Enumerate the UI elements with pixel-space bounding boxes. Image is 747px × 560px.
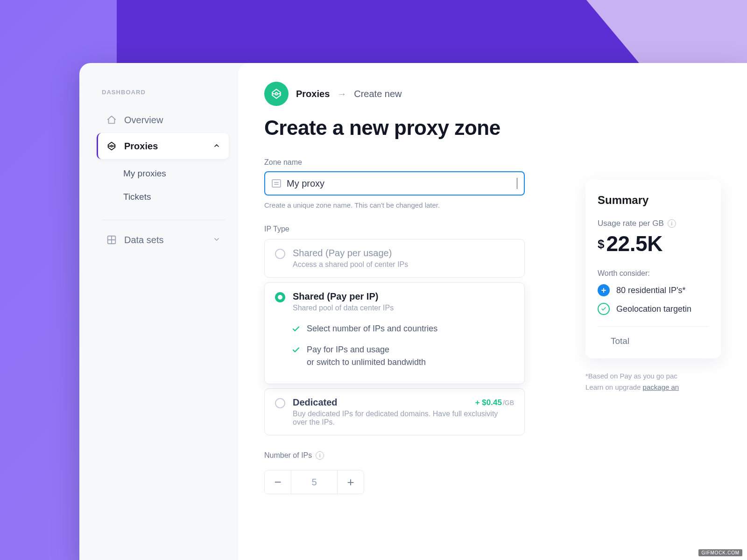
number-of-ips-label: Number of IPs i [264,451,525,460]
breadcrumb: Proxies → Create new [264,82,721,106]
sidebar-heading: DASHBOARD [102,89,229,96]
radio-icon [275,398,285,408]
option-title: Shared (Pay per IP) [293,291,394,302]
check-circle-icon [598,303,610,315]
option-features: Select number of IPs and countries Pay f… [275,322,514,369]
summary-column: Summary Usage rate per GB i $ 22.5K Wort… [585,158,721,393]
option-title: Dedicated [293,397,338,408]
page-title: Create a new proxy zone [264,116,721,140]
summary-footnote: *Based on Pay as you go pac Learn on upg… [585,371,716,393]
plus-icon: + [598,284,610,296]
ip-type-radio-group: Shared (Pay per usage) Access a shared p… [264,239,525,435]
nav-label: Overview [124,115,163,126]
stepper-value[interactable]: 5 [291,470,338,494]
summary-title: Summary [598,194,709,207]
number-of-ips-stepper: − 5 + [264,470,364,494]
zone-name-label: Zone name [264,158,525,167]
watermark: GIFMOCK.COM [698,549,742,556]
proxy-icon [106,141,117,151]
worth-consider-label: Worth consider: [598,269,709,278]
option-price: + $0.45/GB [475,398,514,407]
svg-point-2 [275,93,278,95]
sidebar-item-datasets[interactable]: Data sets [98,227,229,253]
zone-name-input-wrap[interactable] [264,171,525,196]
summary-divider [598,326,709,327]
sidebar: DASHBOARD Overview Proxies My proxies Ti… [79,63,238,560]
breadcrumb-root[interactable]: Proxies [296,89,330,99]
nav-label: Proxies [124,141,158,152]
check-icon [292,345,300,358]
option-desc: Access a shared pool of center IPs [293,260,408,269]
info-icon[interactable]: i [668,219,676,228]
sidebar-item-proxies[interactable]: Proxies [97,133,229,159]
chevron-down-icon [213,235,220,245]
svg-point-0 [111,145,113,147]
sidebar-submenu: My proxies Tickets [98,159,229,213]
option-shared-ip[interactable]: Shared (Pay per IP) Shared pool of data … [264,282,525,384]
chevron-up-icon [213,141,220,152]
app-window: DASHBOARD Overview Proxies My proxies Ti… [79,63,747,560]
sidebar-subitem-tickets[interactable]: Tickets [123,185,229,209]
sidebar-item-overview[interactable]: Overview [98,107,229,133]
option-shared-usage[interactable]: Shared (Pay per usage) Access a shared p… [264,239,525,278]
sidebar-divider [102,220,225,220]
home-icon [106,115,117,125]
usage-rate-label: Usage rate per GB i [598,219,709,228]
arrow-right-icon: → [337,89,346,99]
datasets-icon [106,235,117,245]
nav-label: Data sets [124,235,163,245]
ip-type-label: IP Type [264,225,525,233]
stepper-increment[interactable]: + [338,470,364,494]
zone-name-helper: Create a unique zone name. This can't be… [264,201,525,209]
text-cursor [517,178,518,189]
option-desc: Buy dedicated IPs for dedicated domains.… [293,410,514,427]
feature-text: Pay for IPs and usage or switch to unlim… [307,343,426,369]
option-title: Shared (Pay per usage) [293,248,408,259]
zone-name-input[interactable] [287,178,511,189]
check-icon [292,324,300,337]
breadcrumb-current: Create new [354,89,402,99]
summary-card: Summary Usage rate per GB i $ 22.5K Wort… [585,180,721,358]
card-icon [272,179,281,188]
sidebar-subitem-my-proxies[interactable]: My proxies [123,162,229,185]
worth-item-geolocation[interactable]: Geolocation targetin [598,303,709,315]
total-label: Total [598,336,709,346]
main-content: Proxies → Create new Create a new proxy … [238,63,747,560]
package-link[interactable]: package an [643,383,679,391]
stepper-decrement[interactable]: − [265,470,291,494]
feature-text: Select number of IPs and countries [307,322,437,335]
radio-icon-selected [275,292,285,302]
radio-icon [275,249,285,259]
worth-item-residential[interactable]: + 80 residential IP's* [598,284,709,296]
option-dedicated[interactable]: Dedicated + $0.45/GB Buy dedicated IPs f… [264,388,525,435]
option-desc: Shared pool of data center IPs [293,304,394,312]
usage-rate-value: $ 22.5K [598,231,709,256]
info-icon[interactable]: i [316,451,324,460]
breadcrumb-icon [264,82,289,106]
